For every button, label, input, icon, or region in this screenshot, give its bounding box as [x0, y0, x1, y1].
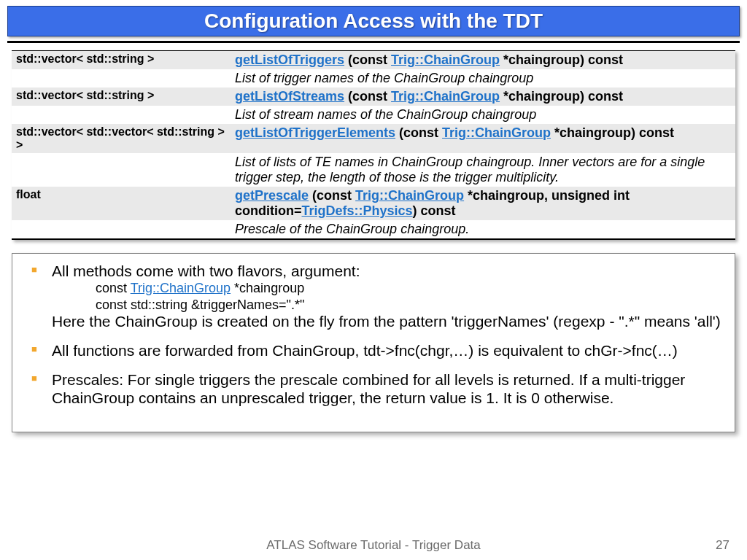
function-link[interactable]: getListOfStreams	[235, 89, 344, 104]
divider	[7, 41, 740, 43]
type-link[interactable]: Trig::ChainGroup	[442, 125, 551, 140]
type-link[interactable]: Trig::ChainGroup	[131, 281, 231, 295]
bullet-tail: Here the ChainGroup is created on the fl…	[52, 313, 724, 330]
type-link[interactable]: Trig::ChainGroup	[391, 89, 500, 104]
return-type: std::vector< std::string >	[12, 51, 231, 70]
table-row: float getPrescale (const Trig::ChainGrou…	[12, 187, 735, 220]
table-row: std::vector< std::string > getListOfStre…	[12, 88, 735, 106]
description: List of stream names of the ChainGroup c…	[231, 106, 735, 124]
function-link[interactable]: getListOfTriggerElements	[235, 125, 395, 140]
slide-title-bar: Configuration Access with the TDT	[7, 6, 740, 36]
slide-title: Configuration Access with the TDT	[8, 9, 739, 33]
signature: getPrescale (const Trig::ChainGroup *cha…	[231, 187, 735, 220]
type-link[interactable]: Trig::ChainGroup	[355, 188, 464, 203]
footer-text: ATLAS Software Tutorial - Trigger Data	[0, 538, 747, 553]
code-line: const std::string &triggerNames=".*"	[96, 297, 724, 314]
description: List of lists of TE names in ChainGroup …	[231, 153, 735, 187]
table-row: std::vector< std::vector< std::string > …	[12, 124, 735, 153]
list-item: Prescales: For single triggers the presc…	[23, 371, 724, 406]
return-type: std::vector< std::vector< std::string > …	[12, 124, 231, 153]
content-box: All methods come with two flavors, argum…	[12, 253, 735, 432]
signature: getListOfTriggerElements (const Trig::Ch…	[231, 124, 735, 153]
type-link[interactable]: TrigDefs::Physics	[302, 203, 413, 218]
signature: getListOfTriggers (const Trig::ChainGrou…	[231, 51, 735, 70]
table-row: List of stream names of the ChainGroup c…	[12, 106, 735, 124]
bullet-text: All methods come with two flavors, argum…	[52, 262, 360, 279]
return-type: float	[12, 187, 231, 220]
table-row: Prescale of the ChainGroup chaingroup.	[12, 220, 735, 239]
signature: getListOfStreams (const Trig::ChainGroup…	[231, 88, 735, 106]
list-item: All methods come with two flavors, argum…	[23, 262, 724, 330]
function-link[interactable]: getPrescale	[235, 188, 309, 203]
page-number: 27	[716, 538, 729, 553]
function-link[interactable]: getListOfTriggers	[235, 52, 344, 67]
table-row: List of lists of TE names in ChainGroup …	[12, 153, 735, 187]
table-row: std::vector< std::string > getListOfTrig…	[12, 51, 735, 70]
code-line: const Trig::ChainGroup *chaingroup	[96, 280, 724, 297]
api-table: std::vector< std::string > getListOfTrig…	[12, 50, 735, 240]
type-link[interactable]: Trig::ChainGroup	[391, 52, 500, 67]
description: List of trigger names of the ChainGroup …	[231, 69, 735, 88]
table-row: List of trigger names of the ChainGroup …	[12, 69, 735, 88]
list-item: All functions are forwarded from ChainGr…	[23, 342, 724, 359]
description: Prescale of the ChainGroup chaingroup.	[231, 220, 735, 239]
return-type: std::vector< std::string >	[12, 88, 231, 106]
